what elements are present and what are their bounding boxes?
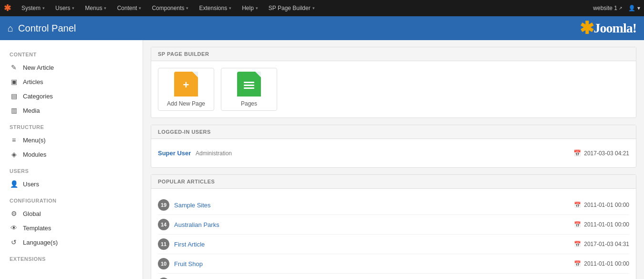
article-left: 10 Fruit Shop: [158, 258, 203, 269]
sp-icons-container: + Add New Page Pages: [158, 68, 629, 111]
sidebar-item-articles[interactable]: ▣ Articles: [0, 75, 143, 89]
sidebar-item-label: Language(s): [23, 239, 58, 246]
logged-in-users-header: LOGGED-IN USERS: [151, 125, 636, 139]
sidebar-item-users[interactable]: 👤 Users: [0, 177, 143, 191]
templates-icon: 👁: [10, 224, 18, 232]
article-row: 14 Australian Parks 📅 2011-01-01 00:00: [158, 215, 629, 235]
sidebar-item-templates[interactable]: 👁 Templates: [0, 221, 143, 235]
joomla-star-icon: ✱: [580, 18, 594, 38]
article-left: 14 Australian Parks: [158, 219, 219, 230]
article-row: 8 Typography 📅 2011-01-01 00:00: [158, 274, 629, 279]
article-title[interactable]: Fruit Shop: [174, 260, 203, 268]
article-title[interactable]: Australian Parks: [174, 221, 219, 228]
nav-users[interactable]: Users ▾: [51, 3, 79, 13]
sidebar-item-label: Media: [23, 107, 40, 114]
popular-articles-header: POPULAR ARTICLES: [151, 175, 636, 189]
user-datetime: 2017-03-03 04:21: [584, 150, 629, 157]
joomla-logo-icon: ✱: [4, 3, 11, 13]
sp-page-builder-body: + Add New Page Pages: [151, 61, 636, 118]
page-title: Control Panel: [18, 23, 76, 34]
user-info: Super User Administration: [158, 150, 232, 157]
article-row: 10 Fruit Shop 📅 2011-01-01 00:00: [158, 254, 629, 274]
modules-icon: ◈: [10, 150, 18, 158]
article-right: 📅 2011-01-01 00:00: [574, 221, 629, 228]
header-title-area: ⌂ Control Panel: [8, 23, 76, 34]
add-page-icon: +: [174, 72, 198, 97]
chevron-down-icon: ▾: [186, 6, 188, 11]
popular-articles-body: 19 Sample Sites 📅 2011-01-01 00:00 14 Au…: [151, 189, 636, 279]
sidebar: CONTENT ✎ New Article ▣ Articles ▤ Categ…: [0, 40, 143, 279]
logged-in-users-panel: LOGGED-IN USERS Super User Administratio…: [151, 125, 636, 168]
nav-menu: System ▾ Users ▾ Menus ▾ Content ▾ Compo…: [17, 3, 593, 13]
article-title[interactable]: First Article: [174, 241, 205, 248]
chevron-down-icon: ▾: [72, 6, 74, 11]
sidebar-item-label: Modules: [23, 151, 46, 158]
categories-icon: ▤: [10, 92, 18, 100]
calendar-icon: 📅: [573, 150, 581, 157]
gear-icon: ⚙: [10, 210, 18, 217]
article-datetime: 2011-01-01 00:00: [584, 221, 629, 228]
sidebar-item-label: Categories: [23, 93, 53, 100]
sidebar-item-label: Articles: [23, 78, 43, 86]
sidebar-item-global[interactable]: ⚙ Global: [0, 206, 143, 221]
home-icon[interactable]: ⌂: [8, 23, 13, 34]
sidebar-item-new-article[interactable]: ✎ New Article: [0, 60, 143, 75]
header-bar: ⌂ Control Panel ✱ Joomla!: [0, 16, 644, 40]
user-role: Administration: [196, 150, 232, 157]
sidebar-section-users: USERS: [0, 161, 143, 177]
pages-lines-icon: [244, 82, 254, 89]
nav-sp-page-builder[interactable]: SP Page Builder ▾: [264, 3, 320, 13]
chevron-down-icon: ▾: [139, 6, 141, 11]
articles-icon: ▣: [10, 78, 18, 86]
user-name[interactable]: Super User: [158, 150, 191, 157]
nav-extensions[interactable]: Extensions ▾: [194, 3, 236, 13]
languages-icon: ↺: [10, 238, 18, 246]
article-title[interactable]: Sample Sites: [174, 202, 211, 209]
nav-components[interactable]: Components ▾: [147, 3, 193, 13]
nav-menus[interactable]: Menus ▾: [80, 3, 111, 13]
article-count-badge: 11: [158, 238, 169, 250]
nav-help[interactable]: Help ▾: [237, 3, 263, 13]
content-area: SP PAGE BUILDER + Add New Page: [143, 40, 644, 279]
user-time: 📅 2017-03-03 04:21: [573, 150, 629, 157]
sidebar-item-modules[interactable]: ◈ Modules: [0, 147, 143, 161]
sp-page-builder-panel: SP PAGE BUILDER + Add New Page: [151, 47, 636, 118]
joomla-logo[interactable]: ✱: [4, 3, 11, 13]
external-link-icon: ↗: [619, 6, 623, 11]
user-menu[interactable]: 👤 ▾: [628, 5, 640, 11]
media-icon: ▥: [10, 107, 18, 114]
sidebar-item-menus[interactable]: ≡ Menu(s): [0, 133, 143, 147]
calendar-icon: 📅: [574, 260, 581, 267]
sidebar-item-media[interactable]: ▥ Media: [0, 103, 143, 118]
user-icon: 👤: [628, 5, 635, 11]
pages-button[interactable]: Pages: [221, 68, 277, 111]
add-new-page-button[interactable]: + Add New Page: [158, 68, 214, 111]
sidebar-item-categories[interactable]: ▤ Categories: [0, 89, 143, 103]
user-icon: 👤: [10, 180, 18, 188]
article-left: 11 First Article: [158, 238, 205, 250]
article-row: 11 First Article 📅 2017-01-03 04:31: [158, 235, 629, 254]
pages-label: Pages: [241, 100, 257, 107]
article-row: 19 Sample Sites 📅 2011-01-01 00:00: [158, 195, 629, 215]
calendar-icon: 📅: [574, 202, 581, 208]
sidebar-item-label: New Article: [23, 64, 54, 71]
sidebar-item-label: Menu(s): [23, 137, 46, 144]
sidebar-item-languages[interactable]: ↺ Language(s): [0, 235, 143, 249]
sidebar-section-content: CONTENT: [0, 45, 143, 60]
article-left: 19 Sample Sites: [158, 199, 211, 211]
edit-icon: ✎: [10, 64, 18, 71]
sidebar-item-label: Global: [23, 210, 41, 217]
sidebar-item-label: Users: [23, 181, 39, 188]
chevron-down-icon: ▾: [637, 5, 640, 11]
add-new-page-label: Add New Page: [167, 100, 205, 107]
nav-system[interactable]: System ▾: [17, 3, 50, 13]
menu-icon: ≡: [10, 136, 18, 144]
website-link[interactable]: website 1 ↗: [593, 5, 623, 11]
chevron-down-icon: ▾: [104, 6, 106, 11]
nav-content[interactable]: Content ▾: [112, 3, 146, 13]
sp-page-builder-header: SP PAGE BUILDER: [151, 47, 636, 61]
article-right: 📅 2017-01-03 04:31: [574, 241, 629, 247]
pages-icon: [237, 72, 261, 97]
article-right: 📅 2011-01-01 00:00: [574, 260, 629, 267]
popular-articles-panel: POPULAR ARTICLES 19 Sample Sites 📅 2011-…: [151, 174, 636, 279]
